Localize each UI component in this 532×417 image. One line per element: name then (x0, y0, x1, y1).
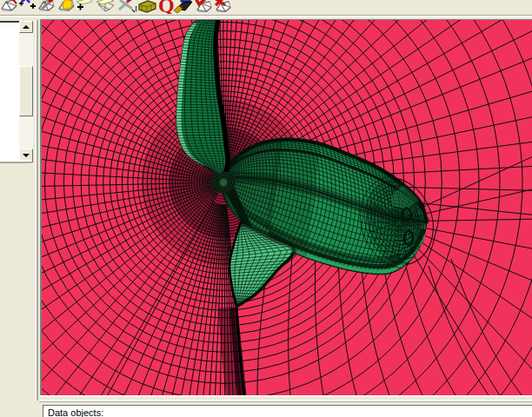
svg-text:I: I (135, 4, 137, 13)
svg-text:Q: Q (158, 0, 175, 14)
